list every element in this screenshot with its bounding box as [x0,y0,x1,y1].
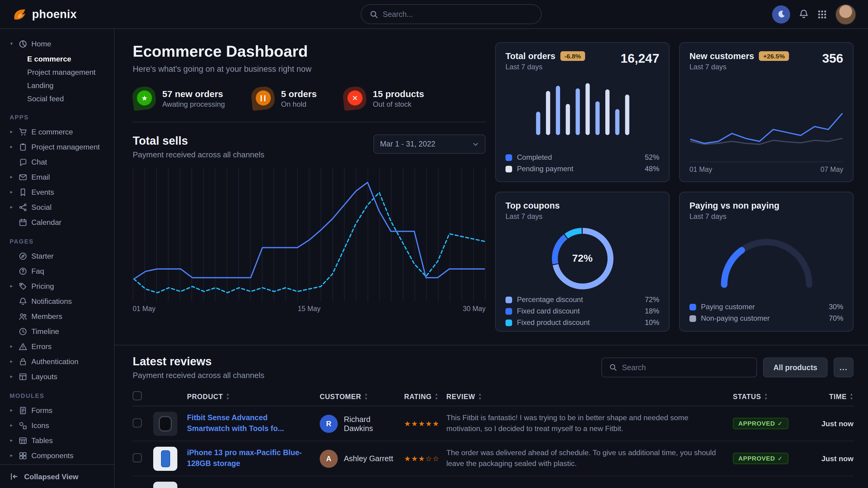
theme-toggle-button[interactable] [772,5,790,23]
more-options-button[interactable]: ... [834,357,854,378]
sidebar-item-label: Starter [31,252,54,260]
column-header-review[interactable]: REVIEW ▲▼ [446,392,733,400]
sidebar-section-label-apps: APPS [10,114,109,121]
apps-grid-button[interactable] [817,9,827,19]
reviews-subtitle: Payment received across all channels [133,371,264,380]
legend-label: Percentage discount [517,295,583,304]
total-sells-chart-area: 01 May 15 May 30 May [133,168,486,312]
legend-label: Pending payment [517,165,574,173]
sidebar-item-home[interactable]: ▾ Home [8,36,109,51]
phoenix-logo-icon [12,7,27,22]
user-avatar[interactable] [835,4,856,24]
review-text: This Fitbit is fantastic! I was trying t… [446,413,733,434]
x-tick: 07 May [820,166,843,173]
cart-icon [19,128,27,136]
sidebar-item-authentication[interactable]: ▸Authentication [8,354,109,369]
collapsed-view-toggle[interactable]: Collapsed View [0,464,114,488]
reviews-controls: All products ... [601,357,854,378]
sidebar-item-events[interactable]: ▸Events [8,185,109,199]
sidebar-item-forms[interactable]: ▸Forms [8,403,109,418]
column-header-rating[interactable]: RATING ▲▼ [404,392,446,400]
users-icon [19,312,27,320]
notifications-button[interactable] [799,9,809,19]
legend-item-fixed-product-discount: Fixed product discount 10% [505,318,659,327]
collapsed-view-label: Collapsed View [24,472,79,481]
legend-value: 48% [645,165,659,173]
product-link[interactable]: Fitbit Sense Advanced Smartwatch with To… [187,413,320,434]
column-header-time[interactable]: TIME ▲▼ [805,392,854,400]
caret-right-icon: ▸ [8,283,14,289]
total-sells-subtitle: Payment received across all channels [133,150,264,159]
sidebar-item-label: Forms [31,406,53,415]
select-all-checkbox[interactable] [133,391,142,400]
new-customers-x-axis: 01 May 07 May [689,166,843,173]
row-checkbox[interactable] [133,453,142,462]
date-range-select[interactable]: Mar 1 - 31, 2022 [373,134,486,154]
sidebar-item-social[interactable]: ▸Social [8,199,109,215]
paying-vs-nonpaying-card: Paying vs non paying Last 7 days Paying … [679,192,854,331]
layout-icon [19,372,27,381]
sidebar-item-layouts[interactable]: ▸Layouts [8,369,109,384]
legend-value: 18% [645,307,659,315]
column-header-status[interactable]: STATUS ▲▼ [733,392,805,400]
stat-icon-blob [251,87,275,110]
total-sells-header: Total sells Payment received across all … [133,134,486,159]
product-link[interactable]: iPhone 13 pro max-Pacific Blue-128GB sto… [187,448,320,469]
sidebar-item-notifications[interactable]: Notifications [8,294,109,308]
chevron-down-icon [472,141,479,148]
legend-swatch [505,308,512,314]
latest-reviews-section: Latest reviews Payment received across a… [115,345,868,488]
stat-icon-blob: ✕ [343,87,366,110]
column-header-customer[interactable]: CUSTOMER ▲▼ [320,392,404,400]
brand[interactable]: phoenix [12,7,77,22]
legend-item-completed: Completed 52% [505,153,659,162]
main-content: Ecommerce Dashboard Here's what's going … [115,29,868,488]
sidebar-item-landing[interactable]: Landing [8,79,109,92]
reviews-search[interactable] [601,357,757,378]
reviews-search-input[interactable] [622,363,749,372]
sidebar-item-icons[interactable]: ▸Icons [8,418,109,433]
sidebar-item-social-feed[interactable]: Social feed [8,92,109,105]
sidebar-item-project-management[interactable]: ▸Project management [8,139,109,154]
components-icon [19,451,27,460]
sidebar-item-faq[interactable]: Faq [8,263,109,279]
navbar-search[interactable] [361,4,541,24]
navbar-search-input[interactable] [383,10,532,19]
customer-name: Ashley Garrett [344,454,393,463]
all-products-button[interactable]: All products [763,357,828,378]
sidebar-item-timeline[interactable]: Timeline [8,324,109,339]
sidebar-item-members[interactable]: Members [8,308,109,324]
column-header-product[interactable]: PRODUCT ▲▼ [187,392,320,400]
sidebar-sections: APPS▸E commerce▸Project managementChat▸E… [8,114,109,463]
sidebar-item-pricing[interactable]: ▸Pricing [8,279,109,294]
sidebar-item-components[interactable]: ▸Components [8,448,109,463]
search-icon [609,363,617,371]
kpi-cards: Total orders-6.8% Last 7 days 16,247 Com… [495,42,854,331]
customer-cell: A Ashley Garrett [320,449,404,467]
row-checkbox[interactable] [133,418,142,427]
total-orders-legend: Completed 52% Pending payment 48% [505,153,659,173]
sidebar-item-tables[interactable]: ▸Tables [8,433,109,448]
sidebar-item-chat[interactable]: Chat [8,154,109,169]
product-thumbnail [153,481,177,488]
sort-icon: ▲▼ [849,392,854,400]
sidebar-item-errors[interactable]: ▸Errors [8,339,109,354]
sidebar-item-e-commerce[interactable]: ▸E commerce [8,124,109,139]
sidebar-item-calendar[interactable]: Calendar [8,215,109,230]
sidebar-home-children: E commerceProject managementLandingSocia… [8,53,109,105]
legend-value: 10% [645,318,659,327]
card-title: New customers [689,51,754,61]
legend-label: Fixed card discount [517,307,580,315]
sidebar-item-label: Members [31,312,62,320]
sidebar-item-starter[interactable]: Starter [8,248,109,263]
reviews-table-header: PRODUCT ▲▼ CUSTOMER ▲▼ RATING ▲▼ REVIEW … [133,387,854,406]
sidebar-item-e-commerce[interactable]: E commerce [8,53,109,66]
calendar-icon [19,218,27,226]
status-cell: APPROVED ✓ [733,418,805,429]
legend-item-paying-customer: Paying customer 30% [689,303,843,311]
sidebar-item-email[interactable]: ▸Email [8,169,109,185]
page-title: Ecommerce Dashboard [133,42,486,61]
search-icon [369,10,378,19]
sidebar-item-project-management[interactable]: Project management [8,66,109,79]
brand-name: phoenix [32,7,77,21]
